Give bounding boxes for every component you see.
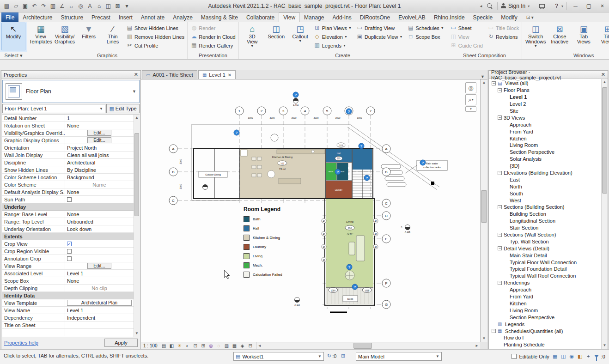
tree-item-approach[interactable]: Approach (489, 286, 608, 293)
ribbon-tab-view[interactable]: View (279, 12, 300, 22)
tree-item-section-perspective[interactable]: Section Perspective (489, 314, 608, 321)
tree-item-level-2[interactable]: Level 2 (489, 101, 608, 108)
scroll-up-icon[interactable]: ▲ (134, 115, 140, 121)
sign-in-menu-icon[interactable]: ▾ (526, 4, 531, 8)
visibility-graphics-overrid-edit-button[interactable]: Edit... (87, 130, 111, 136)
tree-item-floor-plans[interactable]: −Floor Plans (489, 87, 608, 94)
tree-item-living-room[interactable]: Living Room (489, 307, 608, 314)
property-value[interactable]: ✓ (65, 240, 134, 247)
3d-view-button[interactable]: ⌂3D View▼ (240, 23, 264, 50)
graphic-display-options-edit-button[interactable]: Edit... (87, 137, 111, 143)
close-hidden-windows-icon[interactable]: ⊠ (113, 2, 122, 11)
tree-item-typ-wall-section[interactable]: Typ. Wall Section (489, 238, 608, 245)
show-hidden-lines-button[interactable]: ▤Show Hidden Lines (125, 24, 186, 32)
ribbon-tab-modify[interactable]: Modify (497, 12, 521, 22)
tree-item-kitchen[interactable]: Kitchen (489, 135, 608, 142)
view-button[interactable]: ◫View (449, 32, 484, 41)
property-value[interactable]: Level 1 (65, 307, 134, 314)
property-value[interactable]: Architectural (65, 159, 134, 166)
elevation-button[interactable]: ◇Elevation▼ (312, 32, 353, 41)
property-value[interactable]: Look down (65, 225, 134, 232)
ribbon-tab-add-ins[interactable]: Add-Ins (328, 12, 355, 22)
select-pinned-toggle[interactable]: ◉ (568, 353, 575, 360)
property-value[interactable]: Name (65, 181, 134, 188)
view-tab-level-1[interactable]: ▦Level 1✕ (198, 70, 236, 79)
view-template-value-button[interactable]: Architectural Plan (67, 300, 132, 306)
collapse-icon[interactable]: − (498, 115, 502, 120)
tree-item-level-1[interactable]: Level 1 (489, 94, 608, 101)
tree-item-sheets-all[interactable]: +▤Sheets (all) (489, 348, 608, 349)
tree-item-east[interactable]: East (489, 176, 608, 183)
scroll-up-icon[interactable]: ▲ (602, 79, 608, 85)
property-value[interactable] (65, 322, 134, 328)
property-value[interactable]: Edit... (65, 262, 134, 269)
save-icon[interactable]: ▣ (21, 2, 30, 11)
customize-qat-icon[interactable]: ▾ (122, 2, 131, 11)
browser-scrollbar[interactable]: ▲ ▼ (601, 79, 608, 349)
render-button[interactable]: ◍Render (189, 24, 237, 32)
tree-item-typical-wall-roof-connection[interactable]: Typical Wall Roof Connection (489, 273, 608, 279)
collapse-icon[interactable]: − (492, 329, 496, 333)
tree-item-living-room[interactable]: Living Room (489, 142, 608, 149)
editing-requests[interactable]: ↻ :0 (327, 353, 336, 359)
tree-item-approach[interactable]: Approach (489, 121, 608, 128)
visual-style-icon[interactable]: ◧ (169, 343, 175, 349)
sign-in-button[interactable]: Sign In (507, 3, 526, 9)
zoom-button[interactable]: ⌕▾ (465, 94, 476, 105)
drafting-view-button[interactable]: ▭Drafting View (355, 24, 404, 32)
horizontal-scrollbar[interactable]: ◄ ► (256, 342, 480, 349)
show-analytical-model-icon[interactable]: ◈ (239, 343, 246, 349)
scale-button[interactable]: 1 : 100 (143, 343, 159, 348)
ribbon-tab-massing-site[interactable]: Massing & Site (197, 12, 242, 22)
schedules-button[interactable]: ▤Schedules▼ (406, 24, 445, 32)
collapse-icon[interactable]: − (492, 81, 496, 85)
scroll-down-icon[interactable]: ▼ (602, 342, 608, 349)
property-value[interactable]: Edit... (65, 129, 134, 136)
view-range-edit-button[interactable]: Edit... (87, 263, 111, 269)
property-value[interactable]: Architectural Plan (65, 299, 134, 306)
tree-item-how-do-i[interactable]: How do I (489, 334, 608, 341)
property-value[interactable]: Clean all wall joins (65, 152, 134, 158)
property-value[interactable]: Level 1 (65, 270, 134, 277)
show-crop-region-icon[interactable]: ⊞ (200, 343, 207, 349)
remove-hidden-lines-button[interactable]: ▥Remove Hidden Lines (125, 32, 186, 41)
edit-type-button[interactable]: ▦ Edit Type (106, 104, 140, 113)
sheet-button[interactable]: ▭Sheet (449, 24, 484, 32)
duplicate-view-button[interactable]: ▣Duplicate View▼ (355, 32, 404, 41)
tree-item-kitchen[interactable]: Kitchen (489, 300, 608, 307)
type-selector[interactable]: Floor Plan ▼ (2, 80, 140, 103)
properties-close-icon[interactable]: ✕ (134, 72, 138, 78)
scroll-up-icon[interactable]: ▲ (481, 79, 487, 86)
help-icon[interactable]: ? (553, 3, 560, 9)
filter-icon[interactable] (594, 355, 599, 358)
view-templates-button[interactable]: ▦View Templates (29, 23, 53, 50)
navigation-wheel-button[interactable]: ◎ (465, 82, 476, 93)
ribbon-tab-insert[interactable]: Insert (115, 12, 137, 22)
ribbon-tab-precast[interactable]: Precast (87, 12, 115, 22)
ribbon-tab-collaborate[interactable]: Collaborate (242, 12, 279, 22)
sun-path-icon[interactable]: ☀ (177, 343, 183, 349)
tree-item-west[interactable]: West (489, 197, 608, 204)
tree-item-3d-views[interactable]: −3D Views (489, 114, 608, 121)
render-gallery-button[interactable]: ▦Render Gallery (189, 41, 237, 50)
tag-icon[interactable]: ◎ (76, 2, 85, 11)
vertical-scrollbar[interactable]: ▲ ▼ (480, 79, 487, 342)
property-value[interactable]: Unbounded (65, 218, 134, 225)
switch-windows-button[interactable]: ◫Switch Windows▼ (524, 23, 548, 50)
cut-profile-button[interactable]: ✂Cut Profile (125, 41, 186, 50)
property-value[interactable]: Edit... (65, 137, 134, 144)
tree-item-section-perspective[interactable]: Section Perspective (489, 149, 608, 156)
tree-item-elevations-building-elevation[interactable]: −Elevations (Building Elevation) (489, 170, 608, 176)
visibility-graphics-button[interactable]: ▧Visibility/ Graphics (53, 23, 77, 50)
close-inactive-button[interactable]: ⊠Close Inactive (548, 23, 572, 50)
tree-item-schedules-quantities-all[interactable]: −▦Schedules/Quantities (all) (489, 328, 608, 334)
tree-item-from-yard[interactable]: From Yard (489, 128, 608, 135)
property-value[interactable]: None (65, 277, 134, 284)
select-underlay-toggle[interactable]: ◫ (560, 353, 567, 360)
default-3d-view-icon[interactable]: ⌂ (95, 2, 104, 11)
property-value[interactable] (65, 255, 134, 262)
property-value[interactable]: By Discipline (65, 166, 134, 173)
ribbon-tab-evolvelab[interactable]: EvolveLAB (394, 12, 430, 22)
close-tab-icon[interactable]: ✕ (228, 73, 231, 78)
legends-button[interactable]: ▥Legends▼ (312, 41, 353, 50)
